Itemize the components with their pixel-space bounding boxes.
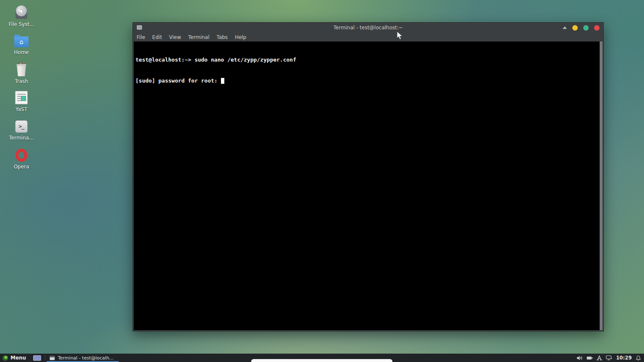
desktop-icon-label: Termina... (9, 135, 34, 141)
desktop-icon-home[interactable]: ⌂ Home (4, 34, 39, 55)
menu-view[interactable]: View (169, 34, 181, 40)
menu-file[interactable]: File (137, 34, 145, 40)
taskbar-clock[interactable]: 10:29 (616, 355, 632, 361)
yast-icon (15, 91, 28, 104)
shade-button[interactable] (563, 26, 567, 29)
desktop-icon-trash[interactable]: Trash (4, 62, 39, 84)
battery-icon[interactable] (587, 356, 593, 360)
terminal-emulator-icon: >_ (15, 120, 28, 133)
menu-button-label: Menu (10, 355, 26, 361)
display-icon[interactable] (606, 355, 612, 360)
desktop-icon-label: YaST (16, 106, 27, 112)
taskbar-separator (45, 355, 45, 360)
menu-tabs[interactable]: Tabs (217, 34, 228, 40)
window-terminal-icon (137, 25, 142, 30)
desktop-icon-file-system[interactable]: File Syst... (4, 5, 39, 27)
home-folder-icon: ⌂ (14, 36, 29, 47)
menu-edit[interactable]: Edit (152, 34, 162, 40)
file-system-icon (14, 5, 29, 19)
menu-help[interactable]: Help (235, 34, 246, 40)
terminal-cursor (221, 78, 224, 84)
desktop-icon-label: File Syst... (8, 21, 34, 27)
system-tray: 10:29 (576, 355, 644, 361)
mouse-cursor (397, 31, 403, 40)
desktop-icon-label: Home (14, 49, 29, 55)
desktop-icon-terminal[interactable]: >_ Termina... (4, 120, 39, 141)
menu-terminal[interactable]: Terminal (188, 34, 210, 40)
desktop-icon-opera[interactable]: Opera (4, 149, 39, 170)
applications-menu-button[interactable]: Menu (0, 354, 30, 362)
terminal-line: [sudo] password for root: (135, 78, 597, 85)
house-glyph-icon: ⌂ (14, 36, 29, 47)
opera-icon (16, 149, 27, 162)
minimize-button[interactable] (572, 25, 578, 31)
trash-icon (16, 62, 27, 76)
window-titlebar[interactable]: Terminal - test@localhost:~ (133, 23, 603, 33)
maximize-button[interactable] (583, 25, 589, 31)
task-label: Terminal - test@localh... (58, 355, 114, 361)
terminal-menubar: File Edit View Terminal Tabs Help (133, 33, 603, 41)
window-title: Terminal - test@localhost:~ (333, 25, 403, 31)
bottom-bar-overlay (251, 359, 392, 362)
desktop-icon-yast[interactable]: YaST (4, 91, 39, 112)
desktop-icon-label: Trash (15, 78, 28, 84)
close-button[interactable] (594, 25, 600, 31)
desktop-icon-label: Opera (14, 164, 29, 170)
taskbar-task-terminal[interactable]: Terminal - test@localh... (47, 354, 119, 362)
terminal-window: Terminal - test@localhost:~ File Edit Vi… (132, 22, 604, 331)
task-terminal-icon (49, 356, 55, 360)
terminal-scrollbar[interactable] (600, 41, 602, 330)
terminal-screen[interactable]: test@localhost:~> sudo nano /etc/zypp/zy… (134, 41, 602, 330)
volume-icon[interactable] (576, 355, 583, 361)
distro-logo-icon (3, 355, 8, 361)
terminal-line: test@localhost:~> sudo nano /etc/zypp/zy… (135, 57, 597, 64)
workspace-pager[interactable] (33, 355, 41, 361)
notifications-icon[interactable] (636, 355, 641, 361)
updater-icon[interactable] (597, 355, 602, 360)
